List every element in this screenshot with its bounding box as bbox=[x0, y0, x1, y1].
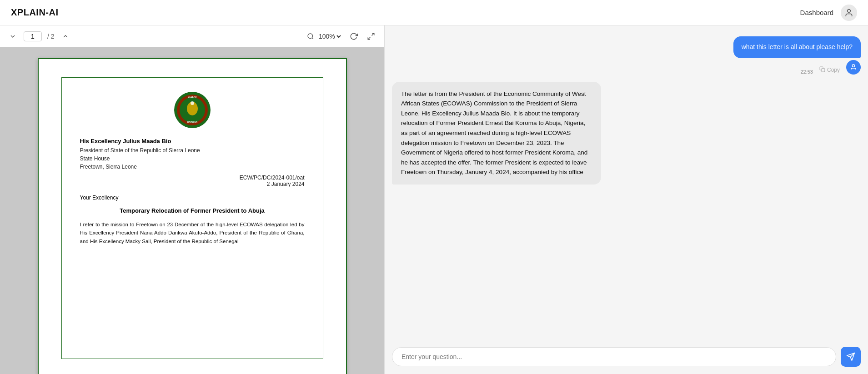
svg-point-0 bbox=[848, 9, 851, 12]
copy-button[interactable]: Copy bbox=[817, 65, 843, 75]
addressee-name: His Excellency Julius Maada Bio bbox=[80, 138, 305, 145]
ecowas-logo: ECOWAS CEDEAO bbox=[80, 91, 305, 129]
user-chat-avatar bbox=[846, 60, 861, 75]
pdf-content[interactable]: ECOWAS CEDEAO His Excellency Julius Maad… bbox=[0, 47, 384, 374]
message-timestamp: 22:53 bbox=[800, 69, 813, 75]
chat-input[interactable] bbox=[392, 347, 836, 366]
user-bubble: what this letter is all about please hel… bbox=[733, 36, 861, 58]
svg-text:ECOWAS: ECOWAS bbox=[187, 121, 197, 124]
document-inner: ECOWAS CEDEAO His Excellency Julius Maad… bbox=[61, 77, 323, 359]
user-message-meta: 22:53 Copy bbox=[800, 60, 861, 75]
pdf-toolbar: 1 / 2 100% 75% 125% 150% bbox=[0, 25, 384, 47]
addressee-address2: Freetown, Sierra Leone bbox=[80, 163, 305, 171]
chat-messages: what this letter is all about please hel… bbox=[385, 25, 868, 341]
header: XPLAIN-AI Dashboard bbox=[0, 0, 868, 25]
reference-block: ECW/PC/DC/2024-001/oat 2 January 2024 bbox=[80, 175, 305, 187]
ref-number: ECW/PC/DC/2024-001/oat bbox=[80, 175, 305, 181]
user-avatar[interactable] bbox=[841, 5, 857, 21]
ai-message: The letter is from the President of the … bbox=[392, 82, 601, 185]
dashboard-link[interactable]: Dashboard bbox=[800, 9, 833, 16]
ref-date: 2 January 2024 bbox=[80, 181, 305, 187]
svg-rect-12 bbox=[822, 68, 825, 71]
addressee-address1: State House bbox=[80, 155, 305, 163]
rotate-button[interactable] bbox=[348, 30, 360, 42]
user-message: what this letter is all about please hel… bbox=[733, 36, 861, 75]
send-button[interactable] bbox=[841, 347, 861, 367]
body-paragraph: I refer to the mission to Freetown on 23… bbox=[80, 220, 305, 245]
page-separator: / 2 bbox=[47, 33, 55, 40]
header-right: Dashboard bbox=[800, 5, 857, 21]
copy-label: Copy bbox=[827, 67, 840, 73]
svg-text:CEDEAO: CEDEAO bbox=[188, 96, 197, 98]
svg-line-3 bbox=[372, 33, 374, 35]
fullscreen-button[interactable] bbox=[365, 30, 377, 42]
zoom-select[interactable]: 100% 75% 125% 150% bbox=[317, 32, 342, 40]
chat-pane: what this letter is all about please hel… bbox=[385, 25, 868, 374]
page-up-button[interactable] bbox=[60, 31, 71, 42]
page-down-button[interactable] bbox=[7, 31, 18, 42]
document-body: I refer to the mission to Freetown on 23… bbox=[80, 220, 305, 245]
svg-point-1 bbox=[308, 34, 313, 39]
svg-point-13 bbox=[852, 65, 854, 67]
zoom-control: 100% 75% 125% 150% bbox=[307, 32, 342, 40]
main-content: 1 / 2 100% 75% 125% 150% bbox=[0, 25, 868, 374]
document-page: ECOWAS CEDEAO His Excellency Julius Maad… bbox=[38, 58, 347, 374]
svg-line-2 bbox=[312, 38, 313, 39]
page-number-input[interactable]: 1 bbox=[24, 31, 42, 41]
app-logo: XPLAIN-AI bbox=[11, 7, 59, 18]
chat-input-area bbox=[385, 341, 868, 374]
svg-line-4 bbox=[368, 37, 370, 39]
salutation: Your Excellency bbox=[80, 194, 305, 201]
pdf-pane: 1 / 2 100% 75% 125% 150% bbox=[0, 25, 384, 374]
ai-bubble: The letter is from the President of the … bbox=[392, 82, 601, 185]
copy-icon bbox=[819, 66, 825, 74]
document-subject: Temporary Relocation of Former President… bbox=[80, 207, 305, 214]
svg-point-9 bbox=[191, 101, 194, 105]
addressee-title: President of State of the Republic of Si… bbox=[80, 146, 305, 155]
